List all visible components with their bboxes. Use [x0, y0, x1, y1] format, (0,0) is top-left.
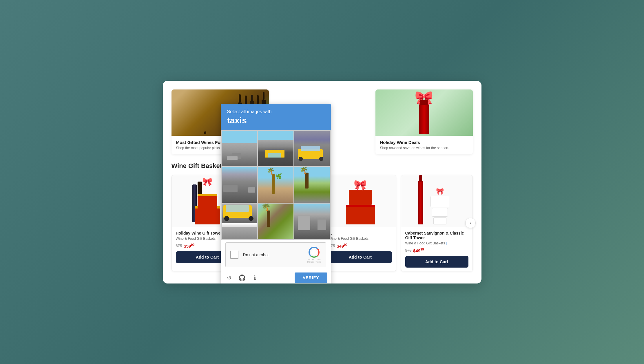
original-price-3: $75 — [405, 248, 412, 253]
product-price-2: $75 $4999 — [329, 243, 392, 248]
robot-checkbox[interactable] — [230, 251, 238, 259]
robot-label: I'm not a robot — [243, 253, 303, 257]
product-price-3: $75 $4999 — [405, 248, 468, 253]
sale-price-2: $4999 — [337, 243, 347, 248]
info-icon: ℹ — [254, 274, 256, 281]
sale-price-0: $5999 — [184, 243, 194, 248]
add-to-cart-button-2[interactable]: Add to Cart — [329, 251, 392, 263]
captcha-cell-5[interactable]: 🌴 🌿 — [258, 167, 293, 203]
product-info-2: ... Wine & Food Gift Baskets $75 $4999 A… — [325, 227, 396, 266]
captcha-refresh-button[interactable]: ↺ — [224, 272, 235, 283]
browser-frame: Most Gifted Wines For the Holidays Shop … — [163, 81, 481, 283]
captcha-instruction-word: taxis — [227, 116, 324, 125]
recaptcha-section: I'm not a robot reCAPTCHA Privacy - Term… — [221, 240, 331, 271]
captcha-cell-1[interactable] — [222, 131, 257, 167]
refresh-icon: ↺ — [227, 274, 232, 281]
captcha-cell-8[interactable]: 🌴 — [258, 204, 293, 239]
captcha-cell-4[interactable] — [222, 167, 257, 203]
product-image-3: 🎀 — [401, 175, 472, 227]
recaptcha-checkbox-area: I'm not a robot reCAPTCHA Privacy - Term… — [225, 242, 326, 267]
product-info-3: Cabernet Sauvignon & Classic Gift Tower … — [401, 227, 472, 271]
recaptcha-spinner — [309, 247, 320, 258]
product-img-cab: 🎀 — [418, 178, 456, 224]
captcha-header: Select all images with taxis — [221, 104, 331, 130]
product-category-2: Wine & Food Gift Baskets — [329, 237, 392, 241]
recaptcha-logo: reCAPTCHA Privacy - Terms — [307, 247, 321, 263]
captcha-cell-7[interactable] — [222, 204, 257, 239]
captcha-actions: ↺ 🎧 ℹ VERIFY — [221, 271, 331, 283]
scroll-right-arrow[interactable]: › — [465, 218, 476, 228]
banner-holiday-deals[interactable]: 🎀 Holiday Wine Deals Shop now and save o… — [375, 89, 473, 154]
product-name-2: ... — [329, 231, 392, 235]
verify-button[interactable]: VERIFY — [295, 272, 327, 283]
recaptcha-terms: Privacy - Terms — [307, 261, 321, 263]
original-price-0: $75 — [176, 244, 182, 248]
captcha-audio-button[interactable]: 🎧 — [237, 272, 247, 283]
banner-subtitle-holiday: Shop now and save on wines for the seaso… — [380, 146, 468, 150]
product-card-2: 🎀 ... Wine & Food Gift Baskets $75 $4999… — [324, 175, 396, 271]
captcha-overlay: Select all images with taxis — [221, 104, 331, 283]
captcha-instruction-line1: Select all images with — [227, 109, 324, 114]
product-bow: 🎀 — [202, 178, 212, 186]
recaptcha-text: reCAPTCHA — [308, 258, 321, 261]
captcha-cell-9[interactable] — [294, 204, 330, 239]
captcha-image-grid: 🌴 🌿 🌴 — [221, 130, 331, 240]
captcha-cell-2[interactable] — [258, 131, 293, 167]
holiday-banner-image: 🎀 — [375, 89, 473, 136]
captcha-info-button[interactable]: ℹ — [250, 272, 260, 283]
product-card-3: 🎀 Cabernet Sauvignon & Classic Gift Towe… — [401, 175, 473, 271]
product-bow-2: 🎀 — [354, 179, 367, 191]
sale-price-3: $4999 — [413, 248, 424, 253]
captcha-cell-3[interactable] — [294, 131, 330, 167]
cab-bow: 🎀 — [436, 188, 444, 195]
product-image-2: 🎀 — [325, 175, 396, 227]
product-category-3: Wine & Food Gift Baskets | — [405, 241, 468, 245]
add-to-cart-button-3[interactable]: Add to Cart — [405, 256, 468, 268]
banner-title-holiday: Holiday Wine Deals — [380, 140, 468, 145]
product-name-3: Cabernet Sauvignon & Classic Gift Tower — [405, 231, 468, 240]
captcha-cell-6[interactable]: 🌴 — [294, 167, 330, 203]
gift-tower-image: 🎀 — [190, 178, 225, 224]
headphones-icon: 🎧 — [238, 274, 246, 281]
banner-text-holiday: Holiday Wine Deals Shop now and save on … — [375, 136, 473, 154]
product-img-basket: 🎀 — [343, 178, 378, 224]
